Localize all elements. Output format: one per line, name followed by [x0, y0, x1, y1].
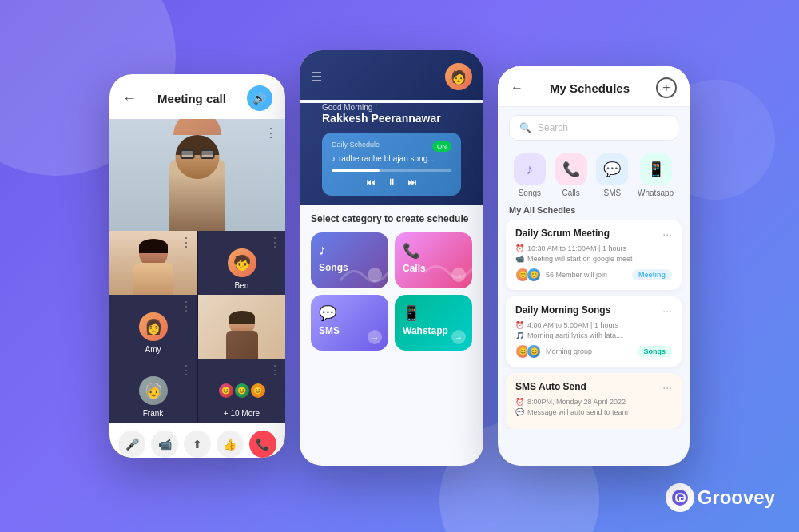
whatsapp-category-card[interactable]: 📱 Wahstapp → — [395, 295, 472, 351]
whatsapp-filter-icon: 📱 — [640, 153, 672, 185]
ben-avatar: 🧒 — [228, 248, 256, 277]
phone2-body: Select category to create schedule ♪ Son… — [300, 205, 483, 359]
amy-label: Amy — [145, 345, 161, 354]
scrum-desc: 📹 Meeting will start on google meet — [515, 255, 672, 263]
songs-category-card[interactable]: ♪ Songs → — [311, 232, 388, 288]
songs-desc: 🎵 Morning aarti lyrics with lata... — [515, 332, 672, 339]
songs-options-icon[interactable]: ··· — [662, 304, 672, 317]
video-participant-frank: 🧓 Frank ⋮ — [109, 359, 197, 423]
all-schedules-label: My All Schedles — [498, 205, 690, 220]
call-controls: 🎤 📹 ⬆ 👍 📞 — [109, 423, 285, 458]
sms-options-icon[interactable]: ··· — [662, 381, 672, 394]
sms-time-icon: ⏰ — [515, 398, 524, 406]
calls-filter-label: Calls — [562, 189, 579, 197]
back-arrow-icon[interactable]: ← — [122, 90, 137, 107]
more-options-icon[interactable]: ⋮ — [268, 363, 281, 378]
schedule-card-sms: SMS Auto Send ··· ⏰ 8:00PM, Monday 28 Ap… — [506, 373, 682, 429]
share-button[interactable]: ⬆ — [184, 431, 211, 458]
sms-sched-header: SMS Auto Send ··· — [515, 381, 672, 394]
speaker-button[interactable]: 🔊 — [247, 85, 272, 111]
video-toggle-button[interactable]: 📹 — [151, 431, 178, 458]
play-pause-icon[interactable]: ⏸ — [387, 177, 396, 188]
amy-options-icon[interactable]: ⋮ — [180, 299, 193, 314]
main-participant — [109, 119, 285, 231]
song-title: ♪ radhe radhe bhajan song... — [332, 154, 451, 163]
ben-options-icon[interactable]: ⋮ — [268, 235, 281, 250]
songs-group: Morning group — [546, 347, 592, 355]
whatsapp-arrow-icon: → — [451, 330, 466, 344]
add-schedule-button[interactable]: + — [656, 77, 677, 98]
frank-label: Frank — [143, 409, 164, 418]
songs-avatar-2: 😊 — [527, 344, 541, 359]
song-progress-bar — [332, 169, 451, 172]
user-avatar: 🧑 — [445, 63, 472, 90]
user-name: Rakkesh Peerannawar — [311, 112, 472, 125]
scrum-time: ⏰ 10:30 AM to 11:00AM | 1 hours — [515, 244, 672, 252]
video-participant-woman: ⋮ — [109, 231, 197, 295]
phone1-header: ← Meeting call 🔊 — [109, 74, 285, 119]
whatsapp-filter-btn[interactable]: 📱 Whatsapp — [638, 153, 674, 197]
sms-time: ⏰ 8:00PM, Monday 28 April 2022 — [515, 398, 672, 406]
scrum-tag: Meeting — [632, 269, 672, 280]
ben-label: Ben — [235, 281, 249, 290]
avatar-2: 😊 — [527, 268, 541, 282]
amy-avatar: 👩 — [139, 312, 168, 341]
video-row-1: ⋮ 🧒 Ben ⋮ — [109, 231, 285, 295]
reaction-button[interactable]: 👍 — [217, 431, 244, 458]
calls-filter-icon: 📞 — [555, 153, 587, 185]
scrum-footer: 😊 😊 56 Member will join Meeting — [515, 268, 672, 282]
sms-icon: 💬 — [319, 304, 380, 322]
phone-meeting-call: ← Meeting call 🔊 — [109, 74, 285, 458]
songs-filter-btn[interactable]: ♪ Songs — [514, 153, 546, 197]
meeting-call-title: Meeting call — [157, 92, 226, 105]
calls-wave — [424, 256, 472, 288]
schedule-card-scrum: Daily Scrum Meeting ··· ⏰ 10:30 AM to 11… — [506, 220, 682, 290]
video-participant-ben: 🧒 Ben ⋮ — [198, 231, 285, 295]
songs-wave — [340, 256, 388, 288]
forward-icon[interactable]: ⏭ — [407, 177, 417, 188]
rewind-icon[interactable]: ⏮ — [366, 177, 376, 188]
phones-container: ← Meeting call 🔊 — [0, 0, 799, 532]
video-row-2: 👩 Amy ⋮ — [109, 295, 285, 359]
video-participant-more: 😊 😊 😊 + 10 More ⋮ — [198, 359, 285, 423]
songs-time-icon: ⏰ — [515, 321, 524, 329]
video-participant-amy: 👩 Amy ⋮ — [109, 295, 197, 359]
songs-filter-icon: ♪ — [514, 153, 546, 185]
scrum-avatars: 😊 😊 — [515, 268, 541, 282]
phone3-header: ← My Schedules + — [498, 66, 690, 107]
sms-sched-title: SMS Auto Send — [515, 381, 586, 392]
video-options-icon[interactable]: ⋮ — [264, 125, 277, 141]
scrum-title: Daily Scrum Meeting — [515, 228, 610, 239]
search-placeholder-text: Search — [538, 122, 568, 133]
hamburger-icon[interactable]: ☰ — [311, 69, 322, 85]
greeting-text: Good Morning ! — [311, 103, 472, 112]
songs-filter-label: Songs — [519, 189, 541, 197]
songs-desc-icon: 🎵 — [515, 332, 524, 339]
frank-options-icon[interactable]: ⋮ — [180, 363, 193, 378]
scrum-options-icon[interactable]: ··· — [662, 228, 672, 240]
calls-category-card[interactable]: 📞 Calls → — [395, 232, 472, 288]
phone-schedule-creator: ☰ 🧑 Good Morning ! Rakkesh Peerannawar D… — [300, 50, 483, 466]
schedule-card-songs: Daily Morning Songs ··· ⏰ 4:00 AM to 5:0… — [506, 296, 682, 367]
sms-filter-btn[interactable]: 💬 SMS — [596, 153, 628, 197]
phone3-back-icon[interactable]: ← — [511, 81, 523, 95]
song-progress-fill — [332, 169, 380, 172]
scrum-header: Daily Scrum Meeting ··· — [515, 228, 672, 240]
end-call-button[interactable]: 📞 — [249, 431, 276, 458]
category-grid: ♪ Songs → 📞 Calls → 💬 — [311, 232, 472, 351]
participant-options-icon[interactable]: ⋮ — [180, 235, 193, 250]
whatsapp-icon: 📱 — [403, 304, 464, 322]
calls-filter-btn[interactable]: 📞 Calls — [555, 153, 587, 197]
video-large-participant: ⋮ — [109, 119, 285, 231]
search-icon: 🔍 — [519, 122, 531, 133]
songs-header: Daily Morning Songs ··· — [515, 304, 672, 317]
sms-category-card[interactable]: 💬 SMS → — [311, 295, 388, 351]
scrum-members: 56 Member will join — [546, 271, 607, 279]
songs-footer: 😊 😊 Morning group Songs — [515, 344, 672, 359]
toggle-on-badge[interactable]: ON — [432, 141, 451, 152]
mute-button[interactable]: 🎤 — [118, 431, 145, 458]
phone2-header: ☰ 🧑 — [300, 50, 483, 100]
search-bar[interactable]: 🔍 Search — [509, 115, 678, 141]
playback-controls: ⏮ ⏸ ⏭ — [332, 177, 451, 188]
more-label: + 10 More — [224, 409, 260, 418]
